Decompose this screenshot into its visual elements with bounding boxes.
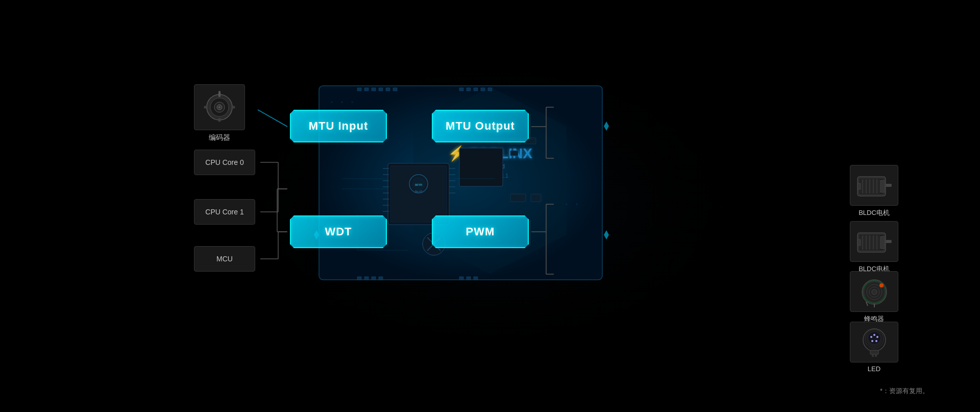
cpu-core1-item: CPU Core 1: [194, 199, 255, 225]
bldc1-icon-box: [850, 165, 898, 206]
svg-point-5: [352, 102, 353, 103]
svg-rect-141: [875, 354, 877, 357]
svg-text:arm: arm: [415, 182, 423, 187]
svg-rect-52: [393, 88, 397, 91]
main-diagram: ⚡ FORLINX Embedded FETG2L-C V1.1 arm arm: [0, 0, 980, 412]
bldc2-icon-box: [850, 221, 898, 262]
svg-rect-139: [870, 350, 878, 354]
svg-rect-55: [474, 88, 478, 91]
svg-rect-101: [860, 179, 880, 193]
connection-lines: ⚡ FORLINX Embedded FETG2L-C V1.1 arm arm: [0, 0, 980, 412]
svg-rect-63: [467, 277, 471, 280]
svg-rect-112: [860, 235, 880, 250]
led-icon-box: [850, 322, 898, 362]
cpu-core0-item: CPU Core 0: [194, 150, 255, 175]
svg-point-4: [341, 102, 343, 103]
svg-rect-93: [218, 118, 220, 122]
bldc1-item: BLDC电机: [850, 165, 898, 217]
buzzer-icon: [855, 275, 893, 308]
svg-text:arm: arm: [414, 189, 423, 194]
svg-rect-64: [474, 277, 478, 280]
bldc2-item: BLDC电机: [850, 221, 898, 274]
svg-rect-98: [218, 91, 220, 97]
svg-point-125: [872, 289, 877, 295]
svg-rect-51: [386, 88, 390, 91]
svg-point-29: [409, 175, 428, 193]
led-item: LED: [850, 322, 898, 373]
footnote: *：资源有复用。: [880, 386, 929, 396]
svg-rect-118: [886, 240, 892, 243]
svg-point-129: [879, 283, 884, 287]
svg-rect-36: [510, 194, 526, 202]
svg-point-3: [331, 102, 333, 103]
svg-rect-107: [886, 184, 892, 187]
svg-rect-14: [390, 166, 447, 222]
svg-rect-37: [531, 194, 541, 202]
svg-point-142: [866, 331, 883, 347]
svg-rect-120: [857, 239, 861, 246]
mcu-item: MCU: [194, 246, 255, 272]
svg-point-97: [218, 106, 220, 108]
mtu-input-box: MTU Input: [290, 110, 387, 142]
buzzer-item: 蜂鸣器: [850, 271, 898, 324]
svg-point-8: [566, 204, 568, 205]
svg-point-0: [235, 51, 745, 357]
svg-marker-66: [604, 122, 609, 131]
svg-rect-60: [372, 277, 376, 280]
encoder-icon-box: [194, 84, 245, 130]
led-icon: [855, 326, 893, 359]
mtu-output-box: MTU Output: [432, 110, 529, 142]
svg-rect-35: [510, 151, 518, 156]
svg-rect-54: [467, 88, 471, 91]
buzzer-icon-box: [850, 271, 898, 312]
svg-rect-95: [232, 106, 235, 108]
svg-rect-62: [459, 277, 463, 280]
encoder-item: 编码器: [194, 84, 245, 142]
svg-rect-59: [364, 277, 369, 280]
svg-point-9: [576, 204, 578, 205]
svg-rect-58: [357, 277, 361, 280]
svg-rect-119: [880, 236, 885, 249]
svg-text:FETG2L-C  V1.1: FETG2L-C V1.1: [472, 173, 508, 179]
wdt-box: WDT: [290, 215, 387, 248]
svg-rect-48: [364, 88, 369, 91]
encoder-icon: [202, 91, 237, 124]
svg-rect-108: [880, 180, 885, 192]
svg-rect-53: [459, 88, 463, 91]
bldc2-icon: [855, 225, 893, 258]
svg-text:Embedded: Embedded: [475, 163, 505, 170]
svg-rect-47: [357, 88, 361, 91]
svg-rect-109: [857, 183, 861, 189]
svg-rect-57: [488, 88, 492, 91]
svg-point-30: [411, 177, 426, 191]
svg-rect-32: [459, 148, 503, 186]
svg-marker-68: [604, 230, 609, 239]
svg-line-69: [258, 110, 287, 127]
svg-rect-56: [481, 88, 485, 91]
svg-rect-94: [204, 106, 207, 108]
svg-rect-61: [379, 277, 383, 280]
svg-rect-49: [372, 88, 376, 91]
bldc1-icon: [855, 169, 893, 202]
svg-rect-140: [872, 354, 874, 357]
svg-rect-50: [379, 88, 383, 91]
pwm-box: PWM: [432, 215, 529, 248]
svg-text:⚡ FORLINX: ⚡ FORLINX: [448, 145, 532, 162]
